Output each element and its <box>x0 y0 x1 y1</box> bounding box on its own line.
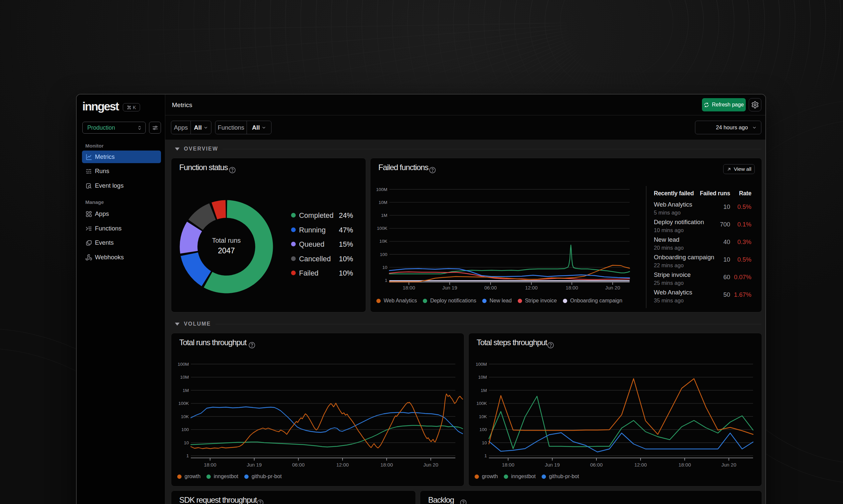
svg-text:1M: 1M <box>381 213 387 218</box>
svg-text:Jun 19: Jun 19 <box>442 285 457 290</box>
svg-text:10K: 10K <box>181 414 189 419</box>
svg-text:1: 1 <box>484 453 487 458</box>
svg-text:06:00: 06:00 <box>590 462 603 468</box>
svg-text:1M: 1M <box>481 388 487 393</box>
svg-text:10: 10 <box>382 265 387 270</box>
svg-text:Jun 20: Jun 20 <box>605 285 620 290</box>
svg-text:18:00: 18:00 <box>502 462 514 468</box>
svg-text:18:00: 18:00 <box>204 462 217 468</box>
svg-text:18:00: 18:00 <box>566 285 578 290</box>
svg-text:06:00: 06:00 <box>484 285 497 290</box>
svg-text:100M: 100M <box>177 362 189 367</box>
svg-text:10K: 10K <box>479 414 487 419</box>
svg-text:06:00: 06:00 <box>292 462 305 468</box>
svg-text:12:00: 12:00 <box>336 462 349 468</box>
svg-text:100K: 100K <box>377 226 387 231</box>
svg-text:10K: 10K <box>379 239 387 244</box>
svg-text:1M: 1M <box>183 388 189 393</box>
svg-text:Jun 19: Jun 19 <box>246 462 261 468</box>
svg-text:100: 100 <box>380 252 387 257</box>
svg-text:18:00: 18:00 <box>402 285 415 290</box>
svg-text:12:00: 12:00 <box>525 285 538 290</box>
svg-text:Jun 20: Jun 20 <box>721 462 736 468</box>
svg-text:18:00: 18:00 <box>678 462 691 468</box>
svg-text:100: 100 <box>479 427 487 432</box>
svg-text:10: 10 <box>184 440 189 445</box>
svg-text:18:00: 18:00 <box>380 462 393 468</box>
svg-text:10M: 10M <box>379 200 387 205</box>
svg-text:Jun 19: Jun 19 <box>545 462 560 468</box>
svg-text:100M: 100M <box>476 362 487 367</box>
svg-text:100K: 100K <box>178 401 189 406</box>
svg-text:100M: 100M <box>376 187 387 192</box>
svg-text:10: 10 <box>482 440 487 445</box>
svg-text:1: 1 <box>186 453 189 458</box>
svg-text:100K: 100K <box>476 401 487 406</box>
svg-text:1: 1 <box>385 278 387 283</box>
svg-text:100: 100 <box>181 427 189 432</box>
svg-text:12:00: 12:00 <box>634 462 647 468</box>
svg-text:Jun 20: Jun 20 <box>423 462 438 468</box>
svg-text:10M: 10M <box>478 375 487 380</box>
svg-text:10M: 10M <box>180 375 189 380</box>
